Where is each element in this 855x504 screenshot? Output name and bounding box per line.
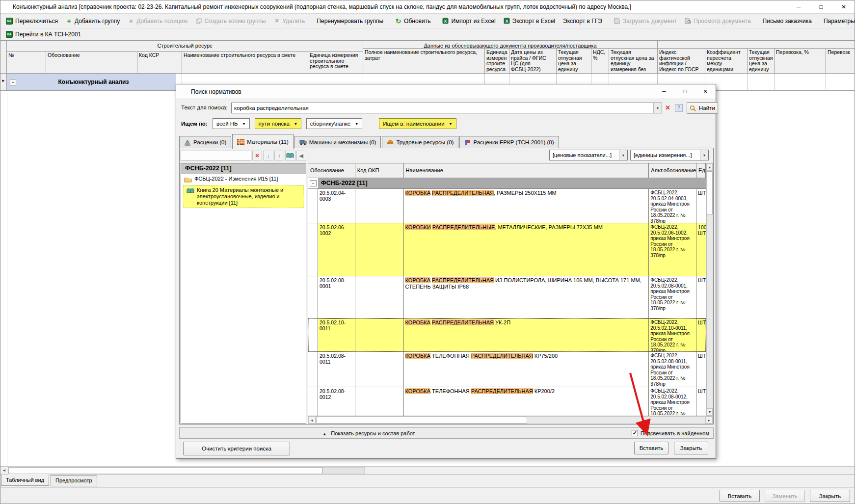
result-row-1[interactable]: 20.5.02.06-1002КОРОБКИ РАСПРЕДЕЛИТЕЛЬНЫЕ… xyxy=(308,223,706,276)
highlight-checkbox[interactable]: ✓ Подсвечивать в найденном xyxy=(632,430,713,436)
result-okp xyxy=(355,276,404,318)
chevron-down-icon: ▼ xyxy=(242,122,246,126)
dialog-tab-4[interactable]: Расценки ЕРКР (ТСН-2001) (0) xyxy=(459,136,559,148)
window-titlebar: Конъюнктурный анализ [справочник проекта… xyxy=(0,0,855,14)
toolbar-button-label: Просмотр документа xyxy=(694,18,751,25)
expand-plus-icon[interactable]: + xyxy=(10,79,16,85)
search-combobox[interactable]: ▼ xyxy=(231,103,662,113)
scrollbar-thumb[interactable] xyxy=(316,417,527,424)
scroll-left-icon[interactable]: ◄ xyxy=(308,417,316,424)
highlight-checkbox-label: Подсвечивать в найденном xyxy=(641,430,709,436)
toolbar-button-6[interactable]: ↻Обновить xyxy=(391,16,434,27)
chevron-down-icon[interactable]: ▼ xyxy=(619,150,627,160)
dialog-tab-1[interactable]: Материалы (11) xyxy=(232,134,293,149)
scroll-up-icon[interactable]: ▲ xyxy=(707,163,713,171)
dialog-tab-2[interactable]: Машины и механизмы (0) xyxy=(294,136,381,148)
clear-criteria-button[interactable]: Очистить критерии поиска xyxy=(183,442,290,455)
dialog-minimize-icon[interactable]: ─ xyxy=(654,84,674,99)
toolbar-button-5[interactable]: Перенумеровать группы xyxy=(313,16,387,27)
units-combo[interactable]: [единицы измерения...] ▼ xyxy=(630,150,709,160)
dialog-tab-label: Материалы (11) xyxy=(247,139,288,145)
footer-button-0[interactable]: Вставить xyxy=(720,490,760,502)
dialog-maximize-icon[interactable]: □ xyxy=(674,84,695,99)
chevron-down-icon: ▼ xyxy=(449,122,453,126)
dialog-titlebar: Поиск нормативов ─ □ ✕ xyxy=(176,84,716,99)
result-unit: 100 ШТ xyxy=(696,223,706,276)
price-indicators-combo[interactable]: [ценовые показатели...] ▼ xyxy=(549,150,628,160)
collapse-panel-icon[interactable]: ◀ xyxy=(296,151,306,160)
collapse-minus-icon[interactable]: − xyxy=(310,180,317,186)
main-horizontal-scrollbar[interactable]: ◄ xyxy=(0,466,855,475)
result-name: КОРОБКА РАСПРЕДЕЛИТЕЛЬНАЯ, РАЗМЕРЫ 250Х1… xyxy=(404,189,649,223)
tree-item-0[interactable]: ФСБЦ-2022 - Изменения И15 [11] xyxy=(181,174,306,184)
results-vertical-scrollbar[interactable]: ▲ ▼ xyxy=(706,163,713,416)
result-row-3[interactable]: 20.5.02.10-0011КОРОБКА РАСПРЕДЕЛИТЕЛЬНАЯ… xyxy=(308,318,706,352)
footer-button-2[interactable]: Закрыть xyxy=(810,490,850,502)
tree-item-label: ФСБЦ-2022 - Изменения И15 [11] xyxy=(194,176,278,182)
chevron-down-icon[interactable]: ▼ xyxy=(700,150,708,160)
maximize-icon[interactable]: □ xyxy=(810,0,832,14)
filter-combo-3[interactable]: Ищем в: наименовании▼ xyxy=(379,118,456,129)
result-row-0[interactable]: 20.5.02.04-0003КОРОБКА РАСПРЕДЕЛИТЕЛЬНАЯ… xyxy=(308,189,706,223)
toolbar-button-label: Импорт из Excel xyxy=(451,18,495,25)
header-columns: №ОбоснованиеКод КСРНаименование строител… xyxy=(7,52,363,73)
scrollbar-thumb[interactable] xyxy=(8,467,322,474)
dialog-close-icon[interactable]: ✕ xyxy=(695,84,716,99)
tree-item-1[interactable]: Книга 20 Материалы монтажные и электроус… xyxy=(183,185,304,208)
toolbar-button-0[interactable]: КАПереключиться xyxy=(2,16,62,27)
triangle-up-icon: ▲ xyxy=(322,432,326,436)
tab-table-view[interactable]: Табличный вид xyxy=(1,475,49,486)
scrollbar-thumb[interactable] xyxy=(707,171,713,214)
dialog-close-button[interactable]: Закрыть xyxy=(674,442,708,454)
group-row-band[interactable]: + Конъюнктурный анализ xyxy=(7,74,176,91)
tree-root-item[interactable]: ФСНБ-2022 [11] xyxy=(181,163,306,174)
dialog-tab-0[interactable]: Расценки (0) xyxy=(179,136,231,148)
results-group-row[interactable]: − ФСНБ-2022 [11] xyxy=(308,178,706,189)
checkbox-check-icon[interactable]: ✓ xyxy=(632,430,638,436)
tree-filter-input[interactable] xyxy=(181,151,251,160)
help-icon[interactable]: ? xyxy=(675,104,683,112)
search-dialog: Поиск нормативов ─ □ ✕ Текст для поиска:… xyxy=(176,84,716,459)
search-input[interactable] xyxy=(232,103,653,113)
excel-icon: X xyxy=(504,18,510,24)
toolbar-button-8[interactable]: XЭкспорт в Excel xyxy=(500,16,559,27)
ka-icon: КА xyxy=(6,31,13,38)
result-row-4[interactable]: 20.5.02.08-0011КОРОБКА ТЕЛЕФОННАЯ РАСПРЕ… xyxy=(308,352,706,387)
scroll-right-icon[interactable]: ► xyxy=(705,417,713,424)
scroll-left-icon[interactable]: ◄ xyxy=(0,467,8,475)
doc-icon xyxy=(614,18,620,24)
chevron-down-icon[interactable]: ▼ xyxy=(653,103,662,113)
column-header: Индекс фактической инфляции / Индекс по … xyxy=(658,49,705,73)
result-code: 20.5.02.06-1002 xyxy=(318,223,355,276)
show-resources-bar[interactable]: ▲ Показать ресурсы и состав работ ✓ Подс… xyxy=(179,427,714,439)
arrow-down-icon[interactable]: ↓ xyxy=(263,151,273,160)
result-row-5[interactable]: 20.5.02.08-0012КОРОБКА ТЕЛЕФОННАЯ РАСПРЕ… xyxy=(308,387,706,416)
minimize-icon[interactable]: ─ xyxy=(787,0,810,14)
results-horizontal-scrollbar[interactable]: ◄ ► xyxy=(308,416,713,424)
header-group: Данные из обосновывающего документа прои… xyxy=(363,41,658,73)
tab-preview[interactable]: Предпросмотр xyxy=(51,475,97,486)
toolbar-button-label: Добавить позицию xyxy=(136,18,187,25)
result-row-2[interactable]: 20.5.02.08-0001КОРОБКА РАСПРЕДЕЛИТЕЛЬНАЯ… xyxy=(308,276,706,318)
tree-clear-icon[interactable]: ✕ xyxy=(252,151,262,160)
toolbar-button-7[interactable]: XИмпорт из Excel xyxy=(438,16,499,27)
clear-search-icon[interactable]: ✕ xyxy=(665,104,670,111)
filter-combo-2[interactable]: сборнику\папке▼ xyxy=(306,118,362,129)
book-icon[interactable] xyxy=(285,151,295,160)
scroll-down-icon[interactable]: ▼ xyxy=(707,408,713,416)
result-name: КОРОБКА РАСПРЕДЕЛИТЕЛЬНАЯ ИЗ ПОЛИСТИРОЛА… xyxy=(404,276,649,318)
toolbar-button-9[interactable]: Экспорт в ГГЭ xyxy=(559,16,606,27)
toolbar-button-13[interactable]: Параметры xyxy=(820,16,855,27)
dialog-tab-3[interactable]: Трудовые ресурсы (0) xyxy=(382,136,458,148)
find-button[interactable]: Найти xyxy=(687,102,718,114)
arrow-up-icon[interactable]: ↑ xyxy=(274,151,284,160)
close-icon[interactable]: ✕ xyxy=(832,0,855,14)
goto-ka-tsn-button[interactable]: КА Перейти в КА ТСН-2001 xyxy=(2,29,85,40)
filter-combo-0[interactable]: всей НБ▼ xyxy=(213,118,250,129)
toolbar-button-1[interactable]: +Добавить группу xyxy=(62,16,124,27)
dialog-insert-button[interactable]: Вставить xyxy=(634,442,668,454)
scrollbar-track[interactable] xyxy=(322,467,365,474)
filter-combo-1[interactable]: пути поиска▼ xyxy=(255,118,301,129)
filter-combo-value: сборнику\папке xyxy=(310,121,350,127)
toolbar-button-12[interactable]: Письмо заказчика xyxy=(759,16,816,27)
